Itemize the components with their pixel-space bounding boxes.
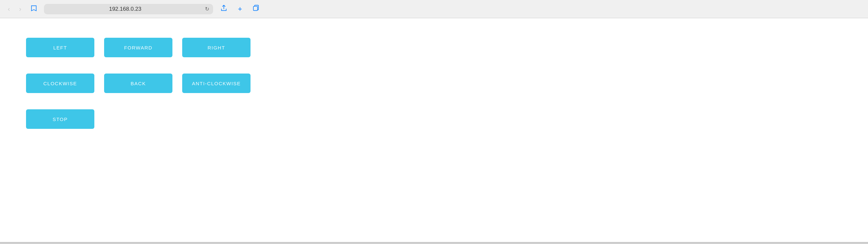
page-content: LEFT FORWARD RIGHT CLOCKWISE BACK ANTI-C…	[0, 18, 868, 242]
back-control-button[interactable]: BACK	[104, 73, 173, 93]
bottom-bar	[0, 242, 868, 244]
new-tab-button[interactable]: +	[235, 4, 245, 14]
right-button[interactable]: RIGHT	[182, 38, 250, 57]
url-bar-container: ↻	[44, 4, 213, 14]
bookmark-button[interactable]	[28, 3, 40, 14]
tabs-button[interactable]	[249, 3, 263, 15]
browser-chrome: ‹ › ↻ +	[0, 0, 868, 18]
button-row-2: CLOCKWISE BACK ANTI-CLOCKWISE	[26, 73, 250, 93]
forward-button[interactable]: ›	[17, 4, 24, 14]
share-button[interactable]	[217, 3, 231, 15]
forward-button[interactable]: FORWARD	[104, 38, 173, 57]
anti-clockwise-button[interactable]: ANTI-CLOCKWISE	[182, 73, 250, 93]
left-button[interactable]: LEFT	[26, 38, 94, 57]
button-row-1: LEFT FORWARD RIGHT	[26, 38, 250, 57]
stop-button[interactable]: STOP	[26, 109, 94, 129]
clockwise-button[interactable]: CLOCKWISE	[26, 73, 94, 93]
reload-button[interactable]: ↻	[205, 6, 209, 12]
svg-rect-0	[253, 6, 258, 10]
back-button[interactable]: ‹	[5, 4, 13, 14]
button-row-3: STOP	[26, 109, 94, 129]
url-input[interactable]	[48, 6, 203, 12]
